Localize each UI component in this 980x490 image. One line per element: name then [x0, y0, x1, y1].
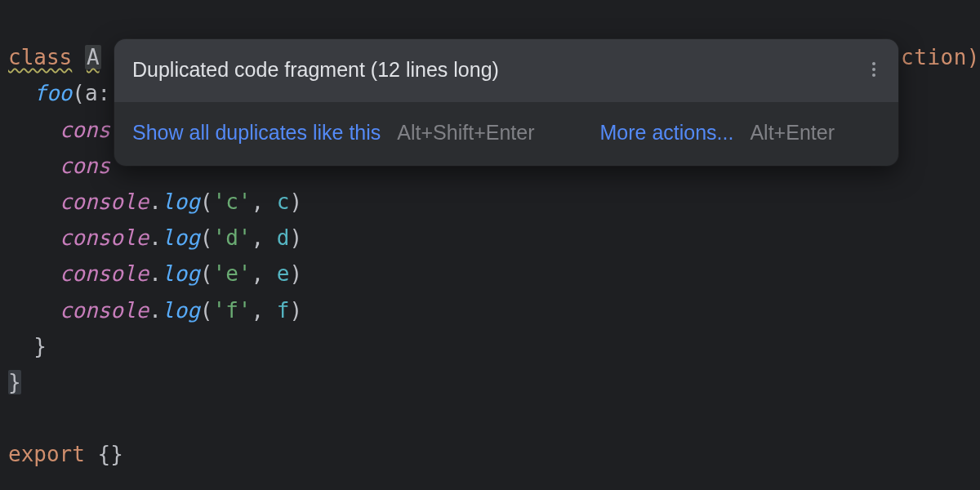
tooltip-actions: Show all duplicates like this Alt+Shift+… [114, 102, 898, 167]
show-duplicates-action[interactable]: Show all duplicates like this [132, 115, 381, 150]
code-line: cons [8, 154, 110, 178]
param-a: a [85, 81, 98, 105]
overflow-code-fragment: ction) [901, 39, 980, 76]
code-line: } [8, 370, 21, 394]
log-call: log [162, 225, 200, 250]
var-ref: d [277, 225, 290, 250]
code-line [8, 406, 21, 430]
code-line: console.log('e', e) [8, 261, 302, 286]
tooltip-title: Duplicated code fragment (12 lines long) [132, 52, 499, 87]
colon: : [98, 81, 111, 105]
console-ref: console [60, 225, 149, 250]
string-literal: 'f' [212, 298, 251, 323]
code-line: export {} [8, 442, 123, 466]
var-ref: e [277, 261, 290, 286]
string-literal: 'e' [212, 261, 251, 286]
string-literal: 'c' [212, 189, 251, 214]
kebab-menu-icon[interactable] [872, 62, 880, 77]
console-ref: console [60, 298, 149, 323]
var-ref: c [277, 189, 290, 214]
code-line: console.log('d', d) [8, 225, 302, 250]
brace-close: } [33, 334, 47, 359]
brace-close: } [8, 370, 21, 394]
code-line: console.log('f', f) [8, 298, 302, 323]
shortcut-label: Alt+Shift+Enter [397, 115, 534, 150]
code-line: cons [8, 118, 110, 142]
shortcut-label: Alt+Enter [750, 115, 835, 150]
console-truncated: cons [60, 154, 111, 178]
keyword-class: class [8, 45, 72, 69]
log-call: log [162, 298, 200, 323]
class-name: A [85, 45, 101, 69]
inspection-tooltip: Duplicated code fragment (12 lines long)… [114, 39, 898, 166]
console-ref: console [60, 261, 149, 286]
type-fragment: ction) [901, 39, 980, 75]
code-line: class A { [8, 45, 127, 69]
console-ref: console [60, 189, 149, 214]
console-truncated: cons [60, 118, 111, 142]
log-call: log [162, 261, 200, 286]
code-line: foo(a: [8, 81, 110, 105]
method-name: foo [33, 81, 72, 105]
code-line: } [8, 334, 47, 359]
code-line: console.log('c', c) [8, 189, 302, 214]
keyword-export: export [8, 442, 85, 466]
more-actions[interactable]: More actions... [599, 115, 733, 150]
log-call: log [162, 189, 200, 214]
tooltip-header: Duplicated code fragment (12 lines long) [114, 39, 898, 102]
var-ref: f [277, 298, 290, 323]
paren-open: ( [72, 81, 85, 105]
export-braces: {} [98, 442, 123, 466]
string-literal: 'd' [212, 225, 251, 250]
